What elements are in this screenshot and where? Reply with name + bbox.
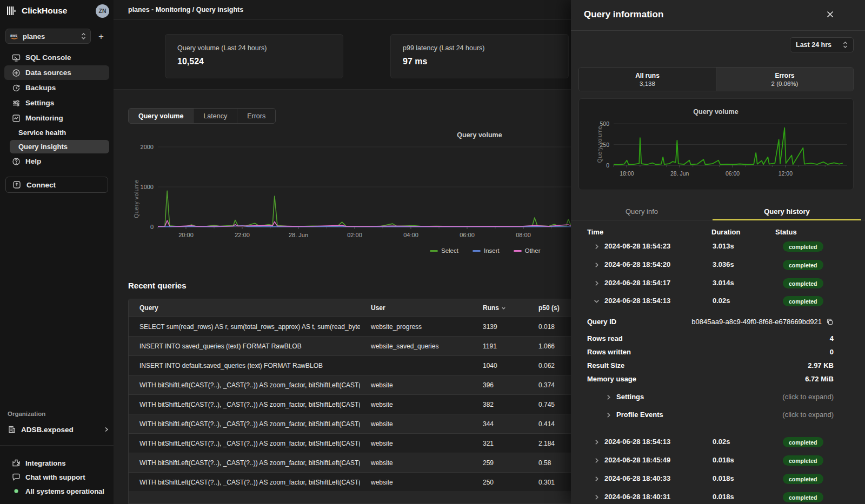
tab-errors[interactable]: Errors	[237, 109, 275, 123]
tab-latency[interactable]: Latency	[194, 109, 237, 123]
cell-user: website	[360, 381, 472, 389]
expandable-profile-events[interactable]: Profile Events (click to expand)	[571, 409, 865, 422]
cell-query: WITH bitShiftLeft(CAST(?..), _CAST(?..))…	[129, 459, 360, 467]
svg-text:2000: 2000	[141, 144, 154, 150]
chevron-right-icon[interactable]	[594, 476, 600, 482]
query-volume-chart[interactable]: 01000200020:0022:0028. Jun02:0004:0006:0…	[130, 130, 595, 262]
column-header-query[interactable]: Query	[129, 304, 360, 312]
integrations-icon	[12, 459, 21, 467]
cell-user: website_saved_queries	[360, 342, 472, 350]
panel-tab-query-history[interactable]: Query history	[713, 203, 861, 220]
add-service-button[interactable]: +	[98, 32, 104, 41]
legend-item-other[interactable]: Other	[514, 247, 541, 254]
status-badge: completed	[783, 241, 823, 252]
stat-label: p99 latency (Last 24 hours)	[403, 44, 568, 52]
legend-item-insert[interactable]: Insert	[473, 247, 500, 254]
time-range-select[interactable]: Last 24 hrs	[790, 37, 854, 52]
expandable-settings[interactable]: Settings (click to expand)	[571, 391, 865, 404]
copy-icon[interactable]	[826, 318, 834, 326]
svg-text:28. Jun: 28. Jun	[670, 170, 689, 177]
history-col-time: Time	[587, 228, 603, 236]
svg-text:0: 0	[606, 162, 609, 169]
query-table-row[interactable]: WITH bitShiftLeft(CAST(?..), _CAST(?..))…	[129, 434, 577, 453]
run-summary-label: Errors	[775, 72, 794, 79]
chevron-right-icon[interactable]	[594, 280, 600, 286]
connect-button[interactable]: Connect	[5, 177, 108, 193]
panel-tab-query-info[interactable]: Query info	[571, 203, 713, 220]
legend-swatch	[514, 250, 522, 252]
history-row[interactable]: 2024-06-28 18:45:49 0.018s completed	[571, 454, 865, 469]
sidebar-item-data-sources[interactable]: Data sources	[4, 65, 109, 80]
chevron-right-icon[interactable]	[594, 439, 600, 445]
sidebar-footer-chat-with-support[interactable]: Chat with support	[4, 471, 109, 483]
tab-query-volume[interactable]: Query volume	[129, 109, 194, 123]
chevron-right-icon[interactable]	[594, 494, 600, 500]
history-row[interactable]: 2024-06-28 18:40:31 0.018s completed	[571, 490, 865, 504]
service-selector[interactable]: aws planes	[5, 29, 91, 44]
detail-row-result-size: Result Size 2.97 KB	[571, 360, 865, 373]
history-time: 2024-06-28 18:54:17	[604, 279, 670, 287]
chevron-updown-icon	[843, 41, 848, 49]
query-table-row-partial[interactable]	[129, 492, 577, 504]
sidebar-item-settings[interactable]: Settings	[4, 96, 109, 110]
sidebar-subitem-service-health[interactable]: Service health	[10, 126, 109, 139]
column-header-p50[interactable]: p50 (s)	[528, 304, 577, 312]
sidebar-item-label: SQL Console	[25, 53, 71, 62]
detail-value: b0845aa9-a8c9-49f0-8f68-e678669bd921	[691, 318, 834, 326]
run-summary-all-runs[interactable]: All runs3,138	[579, 68, 716, 91]
query-table-row[interactable]: INSERT INTO default.saved_queries (text)…	[129, 356, 577, 375]
history-row[interactable]: 2024-06-28 18:54:23 3.013s completed	[571, 240, 865, 255]
query-table-row[interactable]: WITH bitShiftLeft(CAST(?..), _CAST(?..))…	[129, 414, 577, 434]
cell-query: WITH bitShiftLeft(CAST(?..), _CAST(?..))…	[129, 440, 360, 447]
organization-section-label: Organization	[8, 411, 45, 417]
panel-query-volume-chart[interactable]: 025050018:0028. Jun06:0012:00Query volum…	[579, 99, 853, 190]
sidebar-item-label: Backups	[25, 84, 56, 92]
sidebar-footer-label: Integrations	[25, 459, 65, 467]
chevron-right-icon[interactable]	[594, 458, 600, 463]
column-header-user[interactable]: User	[360, 304, 472, 312]
query-table-row[interactable]: WITH bitShiftLeft(CAST(?..), _CAST(?..))…	[129, 453, 577, 473]
close-icon[interactable]	[826, 10, 837, 21]
column-header-runs[interactable]: Runs	[472, 304, 528, 312]
run-summary-errors[interactable]: Errors2 (0.06%)	[716, 68, 853, 91]
history-row[interactable]: 2024-06-28 18:54:13 0.02s completed	[571, 294, 865, 310]
sidebar-item-backups[interactable]: Backups	[4, 80, 109, 95]
history-row[interactable]: 2024-06-28 18:54:20 3.036s completed	[571, 258, 865, 273]
sidebar-item-help[interactable]: Help	[4, 154, 109, 169]
organization-switcher[interactable]: ADSB.exposed	[4, 422, 109, 436]
sidebar-item-monitoring[interactable]: Monitoring	[4, 111, 109, 125]
cell-p50: 0.018	[528, 323, 577, 331]
stat-value: 97 ms	[403, 57, 568, 66]
sidebar-item-sql-console[interactable]: SQL Console	[4, 50, 109, 65]
query-table-row[interactable]: WITH bitShiftLeft(CAST(?..), _CAST(?..))…	[129, 375, 577, 395]
query-table-row[interactable]: INSERT INTO saved_queries (text) FORMAT …	[129, 337, 577, 356]
help-icon	[12, 157, 21, 166]
chart-tab-group: Query volumeLatencyErrors	[128, 108, 276, 124]
chevron-right-icon[interactable]	[594, 262, 600, 268]
sidebar-footer-integrations[interactable]: Integrations	[4, 456, 109, 469]
cell-user: website	[360, 420, 472, 428]
history-row[interactable]: 2024-06-28 18:40:33 0.018s completed	[571, 472, 865, 487]
avatar[interactable]: ZN	[96, 4, 109, 18]
legend-item-select[interactable]: Select	[430, 247, 458, 254]
history-time: 2024-06-28 18:40:31	[604, 493, 670, 501]
detail-row-rows-read: Rows read 4	[571, 333, 865, 346]
query-table-row[interactable]: WITH bitShiftLeft(CAST(?..), _CAST(?..))…	[129, 395, 577, 414]
svg-text:22:00: 22:00	[235, 232, 250, 238]
cell-user: website_progress	[360, 323, 472, 331]
chevron-down-icon[interactable]	[594, 298, 600, 304]
history-duration: 3.036s	[713, 260, 734, 268]
svg-text:06:00: 06:00	[460, 232, 475, 238]
cell-runs: 321	[472, 440, 528, 447]
cell-query: INSERT INTO default.saved_queries (text)…	[129, 362, 360, 369]
sidebar-subitem-query-insights[interactable]: Query insights	[10, 140, 109, 153]
query-table-row[interactable]: WITH bitShiftLeft(CAST(?..), _CAST(?..))…	[129, 473, 577, 492]
chevron-right-icon[interactable]	[594, 244, 600, 250]
panel-tabs: Query infoQuery history	[571, 203, 865, 220]
svg-text:28. Jun: 28. Jun	[289, 232, 308, 238]
history-row[interactable]: 2024-06-28 18:54:17 3.014s completed	[571, 277, 865, 292]
query-table-row[interactable]: SELECT sum(read_rows) AS r, sum(total_ro…	[129, 317, 577, 337]
sidebar-footer-all-systems-operational[interactable]: All systems operational	[4, 485, 109, 498]
history-time: 2024-06-28 18:40:33	[604, 474, 670, 482]
history-row[interactable]: 2024-06-28 18:54:13 0.02s completed	[571, 435, 865, 451]
